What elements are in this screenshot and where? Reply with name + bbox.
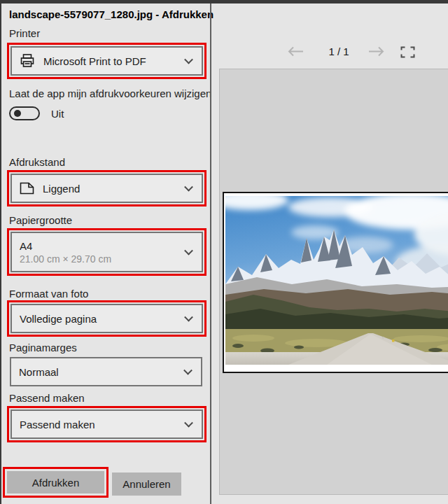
toggle-knob-icon [14,110,21,117]
panel-divider [210,4,211,504]
paper-size-dimensions: 21.00 cm × 29.70 cm [20,253,111,265]
printer-value: Microsoft Print to PDF [43,55,146,67]
annotation-highlight-paper-size: A4 21.00 cm × 29.70 cm [7,228,206,276]
fit-dropdown[interactable]: Passend maken [10,410,203,439]
cancel-button[interactable]: Annuleren [112,472,181,496]
photo-format-label: Formaat van foto [9,288,88,300]
orientation-dropdown[interactable]: Liggend [10,174,203,203]
chevron-down-icon [184,246,193,255]
app-preferences-label: Laat de app mijn afdrukvoorkeuren wijzig… [9,88,211,99]
fullscreen-icon[interactable] [400,46,415,60]
orientation-value: Liggend [43,183,80,195]
previous-page-button[interactable] [287,46,304,59]
annotation-highlight-photo-format: Volledige pagina [7,300,206,337]
app-preferences-row: Uit [9,106,64,120]
paper-size-value: A4 [20,240,32,252]
chevron-down-icon [184,313,193,322]
orientation-label: Afdrukstand [9,156,65,168]
fit-label: Passend maken [9,392,85,404]
page-margins-dropdown[interactable]: Normaal [10,357,202,386]
paper-size-label: Papiergrootte [9,214,72,226]
print-preview-canvas [219,69,448,495]
chevron-down-icon [184,183,193,192]
page-indicator: 1 / 1 [314,46,364,57]
annotation-highlight-print-button: Afdrukken [3,467,108,498]
chevron-down-icon [184,55,193,64]
next-page-button[interactable] [368,46,385,59]
print-button[interactable]: Afdrukken [7,471,104,493]
annotation-highlight-orientation: Liggend [7,170,206,206]
fit-value: Passend maken [20,419,95,430]
annotation-highlight-fit: Passend maken [7,406,206,442]
toggle-state-label: Uit [51,108,64,120]
annotation-highlight-printer: Microsoft Print to PDF [7,43,206,79]
preview-toolbar: 1 / 1 [211,42,448,63]
page-landscape-icon [20,182,34,195]
chevron-down-icon [183,366,192,375]
paper-size-dropdown[interactable]: A4 21.00 cm × 29.70 cm [10,232,203,272]
app-preferences-toggle[interactable] [9,106,40,120]
printer-dropdown[interactable]: Microsoft Print to PDF [10,46,203,76]
page-margins-value: Normaal [19,366,59,378]
window-title: landscape-5579077_1280.jpg - Afdrukken [9,8,214,20]
print-preview-photo [225,196,448,365]
chevron-down-icon [184,419,193,428]
page-margins-label: Paginamarges [9,342,77,354]
printer-icon [20,53,35,69]
print-preview-page [223,192,448,373]
printer-label: Printer [9,27,40,39]
photo-format-dropdown[interactable]: Volledige pagina [10,304,203,333]
photo-format-value: Volledige pagina [20,313,97,325]
